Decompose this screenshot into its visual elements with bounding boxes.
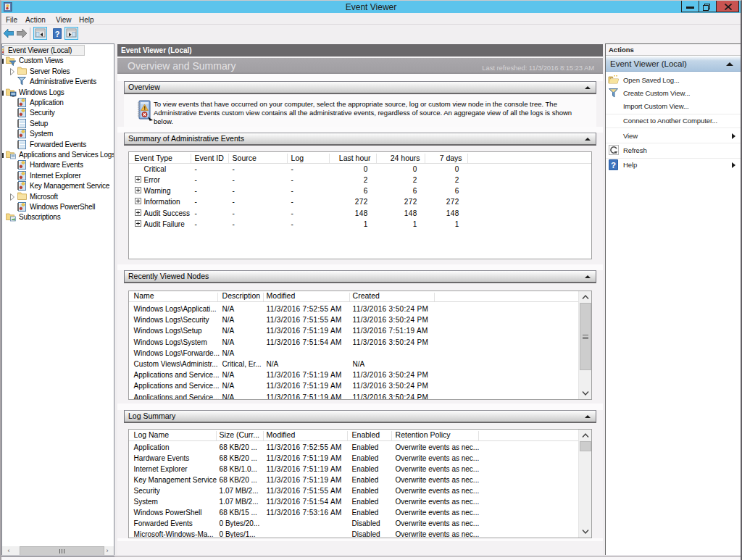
svg-text:?: ?	[55, 30, 60, 38]
svg-text:?: ?	[611, 161, 616, 170]
